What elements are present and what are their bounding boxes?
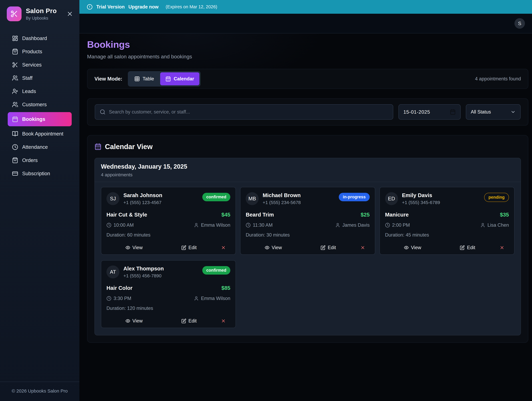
table-view-label: Table (143, 76, 154, 82)
date-field[interactable]: 15-01-2025 (399, 104, 461, 120)
customer-phone: +1 (555) 234-5678 (263, 200, 301, 205)
cancel-button[interactable] (216, 318, 230, 323)
search-field (95, 104, 393, 120)
appointment-card: ED Emily Davis +1 (555) 345-6789 pending… (380, 187, 514, 255)
avatar: MB (246, 192, 259, 205)
view-button[interactable]: View (107, 245, 162, 250)
edit-button[interactable]: Edit (162, 245, 217, 250)
upgrade-now-link[interactable]: Upgrade now (128, 4, 158, 10)
appointment-card: SJ Sarah Johnson +1 (555) 123-4567 confi… (101, 187, 236, 255)
trial-version-label: Trial Version (96, 4, 125, 10)
page-title: Bookings (87, 39, 528, 50)
sidebar-item-orders[interactable]: Orders (8, 154, 72, 167)
table-view-button[interactable]: Table (129, 72, 159, 85)
sidebar-nav: Dashboard Products Services Staff Leads … (0, 32, 79, 180)
sidebar-item-products[interactable]: Products (8, 45, 72, 58)
eye-icon (265, 245, 270, 250)
staff-member: Emma Wilson (194, 222, 230, 228)
eye-icon (404, 245, 409, 250)
sidebar-item-book-appointment[interactable]: Book Appointment (8, 128, 72, 140)
staff-member: Lisa Chen (480, 222, 509, 228)
appointments-grid: SJ Sarah Johnson +1 (555) 123-4567 confi… (95, 182, 521, 335)
user-icon (194, 223, 199, 228)
sidebar-item-bookings[interactable]: Bookings (8, 112, 72, 126)
date-value: 15-01-2025 (403, 109, 430, 115)
view-button[interactable]: View (246, 245, 301, 250)
service-name: Hair Color (107, 285, 133, 291)
day-card: Wednesday, January 15, 2025 4 appointmen… (95, 158, 521, 335)
book-open-icon (12, 131, 18, 137)
service-name: Manicure (385, 212, 409, 218)
customer-name: Emily Davis (402, 192, 440, 198)
user-icon (194, 296, 199, 301)
search-input[interactable] (109, 109, 388, 115)
service-price: $25 (361, 212, 370, 218)
user-icon (480, 223, 485, 228)
sidebar: Salon Pro By Upbooks Dashboard Products … (0, 0, 79, 401)
edit-icon (181, 245, 186, 250)
cancel-button[interactable] (495, 245, 509, 250)
trial-banner: Trial Version Upgrade now (Expires on Ma… (79, 0, 532, 14)
calendar-icon (12, 116, 18, 122)
sidebar-item-customers[interactable]: Customers (8, 98, 72, 111)
status-badge: confirmed (202, 266, 230, 275)
appointment-header: SJ Sarah Johnson +1 (555) 123-4567 confi… (107, 192, 230, 205)
close-icon (500, 245, 504, 250)
app-name: Salon Pro (26, 7, 66, 15)
appointment-actions: View Edit (107, 318, 230, 324)
scissors-icon (10, 10, 18, 18)
clock-icon (385, 223, 390, 228)
calendar-panel: Calendar View Wednesday, January 15, 202… (87, 135, 528, 343)
sidebar-item-subscription[interactable]: Subscription (8, 167, 72, 180)
edit-button[interactable]: Edit (440, 245, 495, 250)
user-plus-icon (12, 88, 18, 94)
page-subtitle: Manage all salon appointments and bookin… (87, 54, 528, 60)
cancel-button[interactable] (216, 245, 230, 250)
customer-phone: +1 (555) 456-7890 (123, 273, 164, 278)
appointment-actions: View Edit (385, 245, 509, 250)
service-name: Beard Trim (246, 212, 274, 218)
view-mode-bar: View Mode: Table Calendar 4 appointments… (87, 69, 528, 89)
appointment-duration: Duration: 30 minutes (246, 232, 370, 238)
filters-bar: 15-01-2025 All Status (87, 98, 528, 125)
sidebar-item-staff[interactable]: Staff (8, 72, 72, 84)
calendar-heading: Calendar View (95, 142, 521, 151)
view-button[interactable]: View (107, 318, 162, 324)
main-content: Bookings Manage all salon appointments a… (79, 33, 532, 401)
users-icon (12, 75, 18, 81)
alert-circle-icon (87, 4, 93, 10)
users-icon (12, 102, 18, 108)
cancel-button[interactable] (356, 245, 370, 250)
credit-card-icon (12, 170, 18, 177)
user-avatar[interactable]: S (514, 18, 525, 29)
appointment-actions: View Edit (246, 245, 370, 250)
sidebar-item-leads[interactable]: Leads (8, 85, 72, 98)
staff-member: Emma Wilson (194, 296, 230, 301)
clock-icon (107, 223, 111, 228)
shopping-bag-icon (12, 157, 18, 163)
close-icon[interactable] (66, 11, 73, 17)
edit-icon (321, 245, 326, 250)
view-button[interactable]: View (385, 245, 440, 250)
view-mode-segmented: Table Calendar (128, 71, 201, 87)
view-mode-label: View Mode: (95, 76, 122, 82)
appointment-card: AT Alex Thompson +1 (555) 456-7890 confi… (101, 260, 236, 328)
appointment-card: MB Michael Brown +1 (555) 234-5678 in-pr… (240, 187, 375, 255)
clock-icon (246, 223, 251, 228)
service-name: Hair Cut & Style (107, 212, 147, 218)
sidebar-item-attendance[interactable]: Attendance (8, 141, 72, 153)
edit-button[interactable]: Edit (301, 245, 356, 250)
user-icon (335, 223, 340, 228)
shopping-bag-icon (12, 49, 18, 55)
clock-icon (12, 144, 18, 150)
status-select[interactable]: All Status (466, 104, 521, 120)
app-subtitle: By Upbooks (26, 16, 66, 21)
service-price: $45 (221, 212, 230, 218)
calendar-picker-icon[interactable] (450, 109, 456, 115)
sidebar-item-dashboard[interactable]: Dashboard (8, 32, 72, 45)
edit-button[interactable]: Edit (162, 318, 217, 324)
close-icon (360, 245, 365, 250)
appointment-header: ED Emily Davis +1 (555) 345-6789 pending (385, 192, 509, 205)
calendar-view-button[interactable]: Calendar (160, 72, 199, 85)
sidebar-item-services[interactable]: Services (8, 58, 72, 71)
